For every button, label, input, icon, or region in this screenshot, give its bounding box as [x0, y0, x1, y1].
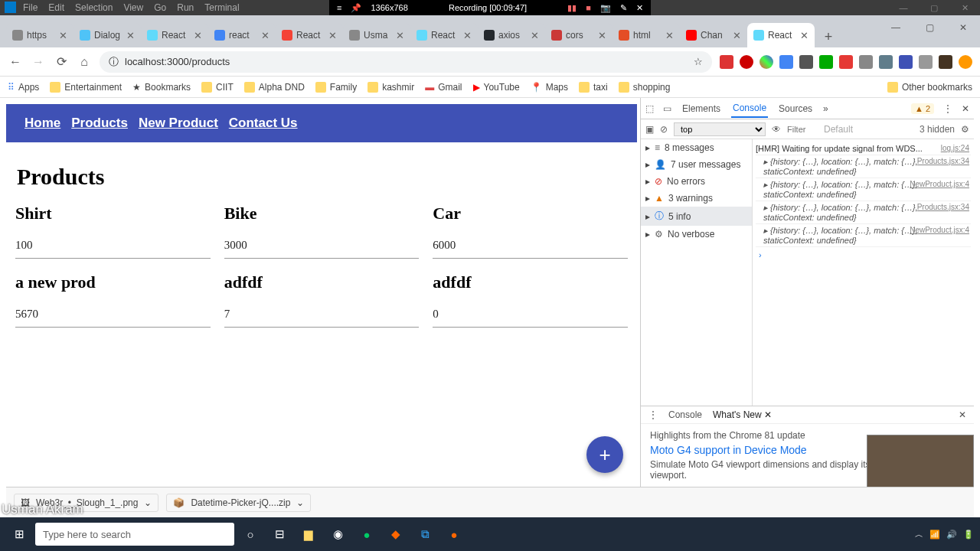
- tab-close-icon[interactable]: ✕: [261, 30, 270, 41]
- bookmark-item[interactable]: 📍Maps: [531, 82, 568, 93]
- ext-icon[interactable]: [760, 55, 773, 69]
- browser-tab[interactable]: https✕: [6, 23, 74, 47]
- drawer-tab-whatsnew[interactable]: What's New ✕: [713, 409, 772, 420]
- console-filter-row[interactable]: ▸⚙No verbose: [641, 226, 752, 243]
- ext-icon[interactable]: [959, 55, 972, 69]
- maximize-button[interactable]: ▢: [919, 0, 949, 15]
- tab-close-icon[interactable]: ✕: [598, 30, 606, 41]
- inspect-icon[interactable]: ⬚: [645, 103, 654, 114]
- log-source[interactable]: NewProduct.jsx:4: [910, 180, 969, 188]
- pause-icon[interactable]: ▮▮: [567, 3, 577, 13]
- devtools-menu-icon[interactable]: ⋮: [943, 103, 952, 114]
- more-tabs-icon[interactable]: »: [823, 103, 828, 114]
- log-source[interactable]: log.js:24: [941, 144, 969, 152]
- product-price[interactable]: 3000: [224, 231, 420, 259]
- bookmark-item[interactable]: taxi: [579, 82, 608, 93]
- ext-icon[interactable]: [919, 55, 933, 69]
- add-fab-button[interactable]: +: [586, 436, 623, 473]
- forward-button[interactable]: →: [31, 54, 46, 70]
- volume-icon[interactable]: 🔊: [946, 530, 957, 540]
- bookmark-item[interactable]: shopping: [619, 82, 671, 93]
- chrome-icon[interactable]: ◉: [325, 521, 351, 547]
- bookmark-item[interactable]: CIIT: [201, 82, 234, 93]
- browser-tab[interactable]: cors✕: [545, 23, 612, 47]
- download-item[interactable]: 📦Datetime-Picker-jQ....zip⌄: [166, 494, 311, 512]
- log-source[interactable]: Products.jsx:34: [917, 157, 969, 165]
- stop-icon[interactable]: ■: [586, 3, 591, 12]
- devtools-close-icon[interactable]: ✕: [962, 103, 969, 114]
- product-price[interactable]: 100: [15, 231, 211, 259]
- pin-icon[interactable]: 📌: [351, 3, 361, 13]
- browser-tab[interactable]: html✕: [612, 23, 680, 47]
- ext-icon[interactable]: [720, 55, 733, 69]
- tab-close-icon[interactable]: ✕: [126, 30, 135, 41]
- browser-tab[interactable]: React✕: [276, 23, 343, 47]
- console-prompt[interactable]: ›: [756, 247, 971, 262]
- bookmark-item[interactable]: ⠿Apps: [8, 82, 39, 93]
- bookmark-item[interactable]: Entertainment: [50, 82, 122, 93]
- browser-tab[interactable]: React✕: [747, 23, 815, 47]
- console-filter-row[interactable]: ▸≡8 messages: [641, 139, 752, 156]
- explorer-icon[interactable]: ▆: [296, 521, 322, 547]
- chevron-up-icon[interactable]: ︿: [915, 529, 923, 540]
- ext-icon[interactable]: [879, 55, 893, 69]
- hidden-count[interactable]: 3 hidden: [920, 124, 955, 135]
- close-button[interactable]: ✕: [949, 0, 980, 15]
- browser-tab[interactable]: Dialog✕: [74, 23, 141, 47]
- pencil-icon[interactable]: ✎: [620, 3, 627, 13]
- tab-close-icon[interactable]: ✕: [665, 30, 674, 41]
- avatar-icon[interactable]: [939, 55, 952, 69]
- browser-tab[interactable]: Chan✕: [680, 23, 747, 47]
- console-filter-row[interactable]: ▸ⓘ5 info: [641, 207, 752, 226]
- device-icon[interactable]: ▭: [663, 103, 671, 114]
- bookmark-item[interactable]: kashmir: [368, 82, 414, 93]
- ext-icon[interactable]: [899, 55, 913, 69]
- product-price[interactable]: 7: [224, 300, 420, 328]
- omnibox[interactable]: ⓘ localhost:3000/products ☆: [100, 51, 712, 73]
- ext-icon[interactable]: [859, 55, 873, 69]
- chrome-minimize[interactable]: —: [879, 15, 913, 40]
- eye-icon[interactable]: 👁: [772, 124, 781, 135]
- hamburger-icon[interactable]: ≡: [337, 3, 341, 12]
- log-source[interactable]: Products.jsx:34: [917, 203, 969, 211]
- tab-close-icon[interactable]: ✕: [328, 30, 337, 41]
- browser-tab[interactable]: Usma✕: [343, 23, 410, 47]
- sidebar-toggle-icon[interactable]: ▣: [645, 124, 654, 135]
- clear-console-icon[interactable]: ⊘: [660, 124, 668, 135]
- tab-close-icon[interactable]: ✕: [531, 30, 539, 41]
- nav-link-home[interactable]: Home: [24, 116, 60, 131]
- product-price[interactable]: 0: [433, 300, 628, 328]
- tab-elements[interactable]: Elements: [681, 100, 722, 117]
- level-label[interactable]: Default: [824, 124, 853, 135]
- console-log-line[interactable]: Products.jsx:34▸ {history: {…}, location…: [756, 201, 971, 224]
- cortana-icon[interactable]: ○: [237, 521, 263, 547]
- new-tab-button[interactable]: +: [818, 26, 839, 47]
- reload-button[interactable]: ⟳: [54, 54, 69, 70]
- drawer-close-icon[interactable]: ✕: [959, 409, 966, 420]
- drawer-menu-icon[interactable]: ⋮: [648, 409, 658, 420]
- adblock-icon[interactable]: [740, 55, 753, 69]
- tab-close-icon[interactable]: ✕: [733, 30, 741, 41]
- minimize-button[interactable]: —: [888, 0, 919, 15]
- bookmark-item[interactable]: Family: [315, 82, 357, 93]
- nav-link-contact[interactable]: Contact Us: [229, 116, 298, 131]
- postman-icon[interactable]: ●: [441, 521, 467, 547]
- bookmark-item[interactable]: ▶YouTube: [473, 82, 520, 93]
- vscode-taskbar-icon[interactable]: ⧉: [412, 521, 438, 547]
- chrome-close[interactable]: ✕: [946, 15, 980, 40]
- console-filter-row[interactable]: ▸▲3 warnings: [641, 190, 752, 207]
- tab-close-icon[interactable]: ✕: [194, 30, 202, 41]
- tab-close-icon[interactable]: ✕: [396, 30, 404, 41]
- bookmark-item[interactable]: ▬Gmail: [425, 82, 462, 93]
- browser-tab[interactable]: axios✕: [478, 23, 545, 47]
- tab-close-icon[interactable]: ✕: [800, 30, 808, 41]
- other-bookmarks[interactable]: Other bookmarks: [887, 82, 972, 93]
- console-filter-row[interactable]: ▸👤7 user messages: [641, 156, 752, 173]
- ext-icon[interactable]: [779, 55, 793, 69]
- home-button[interactable]: ⌂: [77, 54, 92, 70]
- tab-close-icon[interactable]: ✕: [463, 30, 472, 41]
- nav-link-products[interactable]: Products: [71, 116, 128, 131]
- drawer-tab-console[interactable]: Console: [668, 409, 702, 420]
- bookmark-item[interactable]: ★Bookmarks: [132, 82, 191, 93]
- camera-icon[interactable]: 📷: [600, 3, 611, 13]
